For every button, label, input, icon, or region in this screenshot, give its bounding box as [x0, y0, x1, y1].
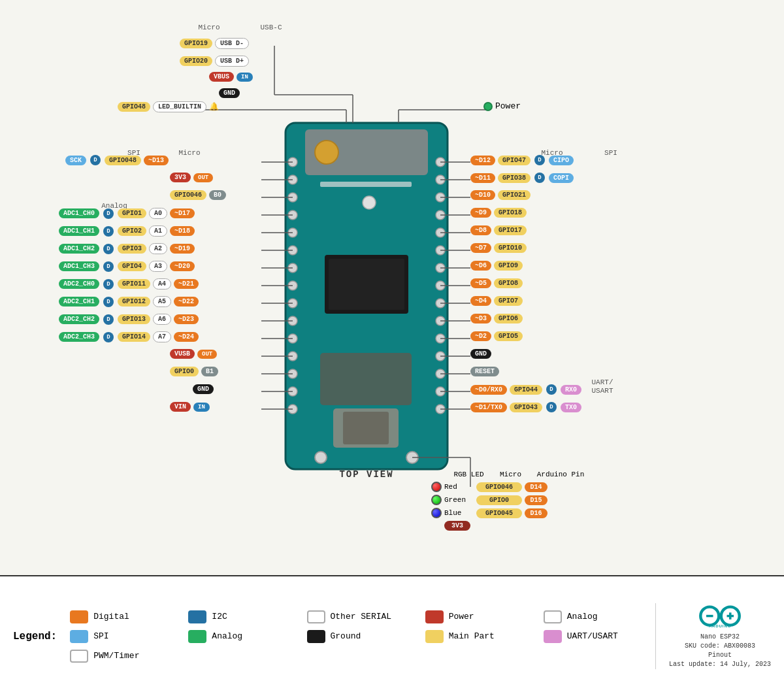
- arduino-board-info: Nano ESP32 SKU code: ABX00083 Pinout Las…: [669, 633, 771, 669]
- rgb-red-label: Red: [444, 483, 474, 491]
- legend-uart: UART/USART: [544, 630, 642, 643]
- badge-gpio048: GPIO048: [105, 156, 141, 165]
- d-indicator-adc2ch2: D: [103, 314, 114, 325]
- badge-copi: COPI: [549, 173, 574, 183]
- pin-adc1ch3: ADC1_CH3 D GPIO4 A3 ~D20: [59, 261, 195, 272]
- legend-box-main-part: [425, 630, 444, 643]
- d-indicator-tx0: D: [546, 402, 557, 412]
- pin-d3: ~D3 GPIO6: [470, 314, 523, 323]
- badge-gpio12: GPIO12: [118, 297, 150, 307]
- pin-d8: ~D8 GPIO17: [470, 225, 527, 235]
- badge-sck: SCK: [65, 156, 86, 165]
- svg-rect-3: [320, 182, 412, 187]
- badge-d12: ~D12: [470, 156, 495, 165]
- badge-gpio47: GPIO47: [498, 156, 531, 165]
- badge-led-builtin: LED_BUILTIN: [153, 101, 206, 112]
- badge-3v3-rgb: 3V3: [444, 521, 470, 531]
- legend-analog-green: Analog: [188, 630, 287, 643]
- badge-vbus: VBUS: [209, 72, 234, 82]
- badge-reset: RESET: [470, 367, 499, 376]
- badge-d10: ~D10: [470, 190, 495, 200]
- badge-d23: ~D23: [174, 314, 199, 324]
- badge-d4: ~D4: [470, 296, 491, 306]
- legend-box-other-serial: [307, 610, 325, 623]
- main-container: TOP VIEW SPI Micro Analog Micro SPI UART…: [0, 0, 784, 696]
- badge-adc1ch0: ADC1_CH0: [59, 208, 99, 218]
- update-info: Last update: 14 July, 2023: [669, 660, 771, 669]
- legend-box-pwm: [70, 650, 88, 663]
- pin-d6: ~D6 GPIO9: [470, 261, 523, 271]
- rgb-blue-icon: [431, 508, 442, 518]
- pin-adc2ch3: ADC2_CH3 D GPIO14 A7 ~D24: [59, 331, 199, 342]
- badge-a4: A4: [153, 278, 171, 290]
- pin-b0: GPIO046 B0: [170, 190, 226, 200]
- badge-vusb: VUSB: [170, 349, 195, 359]
- badge-out-vusb: OUT: [197, 350, 217, 359]
- rgb-blue-row: Blue GPIO045 D16: [431, 508, 587, 518]
- badge-gpio0: GPIO0: [170, 367, 199, 376]
- badge-gpio0-green: GPIO0: [476, 495, 522, 505]
- d-indicator-adc2ch0: D: [103, 279, 114, 290]
- badge-usbd-: USB D-: [215, 38, 249, 49]
- badge-a2: A2: [149, 243, 167, 254]
- svg-text:USB-C: USB-C: [260, 24, 282, 31]
- svg-text:ARDUINO: ARDUINO: [709, 623, 732, 628]
- legend-area: Legend: Digital I2C Other SERIAL Power: [0, 575, 784, 696]
- legend-spi: SPI: [70, 630, 169, 643]
- sku-info: SKU code: ABX00083: [669, 642, 771, 651]
- badge-adc2ch2: ADC2_CH2: [59, 314, 99, 324]
- badge-in-vbus: IN: [237, 73, 253, 82]
- badge-gpio14: GPIO14: [118, 332, 150, 342]
- badge-gpio13: GPIO13: [118, 314, 150, 324]
- badge-gpio3: GPIO3: [118, 244, 146, 254]
- legend-label-pwm: PWM/Timer: [93, 651, 139, 661]
- badge-gpio046-b0: GPIO046: [170, 190, 206, 200]
- d-indicator-sck: D: [90, 155, 101, 165]
- micro-label-header: Micro: [489, 471, 532, 478]
- badge-gpio6: GPIO6: [494, 314, 523, 323]
- badge-gpio2: GPIO2: [118, 226, 146, 236]
- badge-d21: ~D21: [174, 279, 199, 289]
- badge-d5: ~D5: [470, 278, 491, 288]
- legend-label-spi: SPI: [93, 631, 108, 641]
- legend-analog-white: Analog: [544, 610, 642, 623]
- legend-label-other-serial: Other SERIAL: [331, 612, 392, 621]
- svg-text:SPI: SPI: [604, 149, 617, 157]
- legend-box-ground: [307, 630, 325, 643]
- badge-gpio046-red: GPIO046: [476, 482, 522, 492]
- legend-box-uart: [544, 630, 562, 643]
- legend-label-power: Power: [449, 612, 474, 621]
- legend-box-i2c: [188, 610, 206, 623]
- diagram-area: TOP VIEW SPI Micro Analog Micro SPI UART…: [0, 0, 784, 575]
- badge-d22: ~D22: [174, 297, 199, 307]
- pin-vusb: VUSB OUT: [170, 349, 217, 359]
- legend-grid: Digital I2C Other SERIAL Power Analog: [70, 610, 642, 663]
- pin-d9: ~D9 GPIO18: [470, 208, 527, 218]
- rgb-red-icon: [431, 482, 442, 492]
- badge-d19: ~D19: [170, 244, 195, 254]
- badge-adc2ch1: ADC2_CH1: [59, 297, 99, 307]
- badge-gpio18: GPIO18: [494, 208, 527, 218]
- badge-gpio38: GPIO38: [498, 173, 531, 183]
- badge-out-3v3: OUT: [193, 173, 213, 182]
- badge-gpio48-led: GPIO48: [118, 102, 150, 112]
- d-indicator-adc1ch3: D: [103, 261, 114, 272]
- d-indicator-adc2ch3: D: [103, 332, 114, 342]
- svg-rect-7: [320, 353, 412, 405]
- badge-gpio8: GPIO8: [494, 278, 523, 288]
- badge-vin: VIN: [170, 402, 191, 412]
- badge-d1tx0: ~D1/TX0: [470, 403, 507, 412]
- badge-gpio11: GPIO11: [118, 279, 150, 289]
- badge-a1: A1: [149, 225, 167, 237]
- badge-d20: ~D20: [170, 261, 195, 271]
- badge-b0: B0: [209, 190, 226, 200]
- rgb-red-row: Red GPIO046 D14: [431, 482, 587, 492]
- pin-vin: VIN IN: [170, 402, 210, 412]
- badge-a3: A3: [149, 261, 167, 272]
- badge-usbd+: USB D+: [215, 56, 249, 67]
- badge-adc1ch1: ADC1_CH1: [59, 226, 99, 236]
- pin-gpio20: GPIO20 USB D+: [180, 56, 249, 67]
- badge-d3: ~D3: [470, 314, 491, 323]
- badge-d17: ~D17: [170, 208, 195, 218]
- pin-adc1ch1: ADC1_CH1 D GPIO2 A1 ~D18: [59, 225, 195, 237]
